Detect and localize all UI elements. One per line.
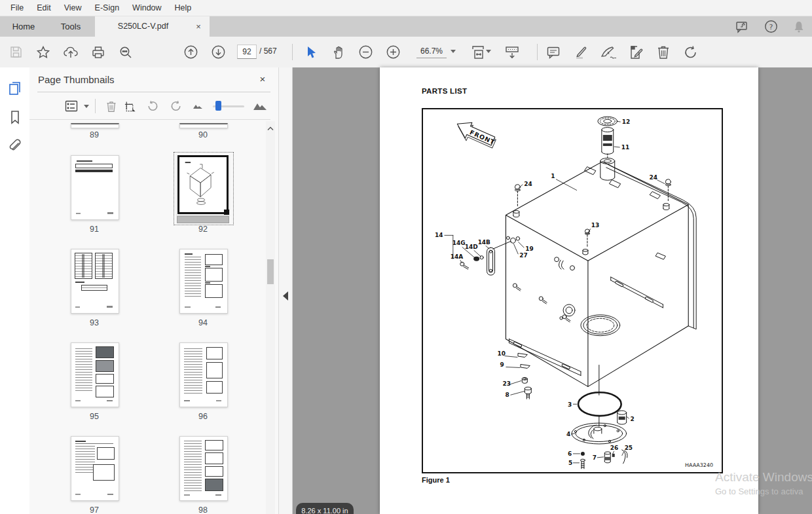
rotate-pages-icon[interactable]: [680, 37, 702, 67]
svg-text:2: 2: [631, 416, 635, 422]
zoom-dropdown-caret[interactable]: [451, 50, 456, 53]
thumbnail-page-number: 90: [172, 130, 234, 139]
document-view[interactable]: PARTS LIST: [293, 67, 812, 514]
svg-text:14A: 14A: [451, 253, 463, 260]
scrollbar-thumb[interactable]: [267, 259, 274, 284]
panel-title: Page Thumbnails: [38, 74, 114, 85]
thumbnail-page-number: 97: [63, 505, 126, 514]
svg-text:11: 11: [621, 144, 629, 151]
thumbnail-delete-icon[interactable]: [102, 98, 120, 115]
bookmarks-panel-icon[interactable]: [0, 105, 29, 129]
svg-text:13: 13: [591, 222, 599, 229]
tab-document[interactable]: S250LC-V.pdf ×: [95, 16, 210, 37]
svg-text:24: 24: [649, 174, 657, 181]
figure-frame: FRONT HAAA3240 121124124131414G14D14B14A…: [422, 108, 723, 473]
sign-pen-icon[interactable]: [597, 37, 619, 67]
tab-home[interactable]: Home: [0, 16, 47, 37]
pdf-page: PARTS LIST: [380, 67, 758, 514]
zoom-in-icon[interactable]: [382, 37, 404, 67]
svg-text:4: 4: [566, 431, 570, 437]
collapse-panel-icon[interactable]: [283, 291, 288, 301]
menu-item-file[interactable]: File: [4, 0, 30, 16]
attachments-panel-icon[interactable]: [0, 134, 29, 158]
page-number-input[interactable]: 92: [237, 45, 257, 59]
svg-text:14B: 14B: [478, 239, 490, 246]
parts-list-heading: PARTS LIST: [422, 87, 467, 95]
thumbnail-page-number: 94: [172, 318, 234, 327]
svg-text:12: 12: [622, 119, 630, 125]
next-page-icon[interactable]: [207, 37, 229, 67]
panel-collapse-strip[interactable]: [278, 67, 293, 514]
menu-item-edit[interactable]: Edit: [30, 0, 58, 16]
scrollbar-up-arrow[interactable]: [267, 126, 274, 131]
thumbnail-page-number: 91: [63, 225, 126, 234]
search-icon[interactable]: [115, 37, 137, 67]
tab-close-icon[interactable]: ×: [193, 16, 204, 37]
panel-close-icon[interactable]: ×: [256, 73, 269, 86]
previous-page-icon[interactable]: [179, 37, 202, 67]
fill-sign-icon[interactable]: [625, 37, 647, 67]
thumbnail-grid: 89909192939495969798: [29, 121, 270, 514]
zoom-level-value[interactable]: 66.7%: [416, 45, 447, 58]
figure-callouts: 121124124131414G14D14B14A192710923832465…: [435, 119, 665, 466]
comment-icon[interactable]: [542, 37, 564, 67]
svg-text:14: 14: [435, 232, 443, 238]
thumbnail-size-slider-handle[interactable]: [215, 101, 221, 111]
navigation-pane-strip: [0, 67, 30, 514]
svg-text:7: 7: [593, 454, 597, 461]
thumbnail-page-number: 89: [63, 130, 126, 139]
svg-text:27: 27: [519, 252, 527, 259]
share-upload-icon[interactable]: [60, 37, 82, 67]
tab-tools[interactable]: Tools: [47, 16, 94, 37]
page-size-tooltip: 8.26 x 11.00 in: [296, 503, 354, 514]
svg-text:14D: 14D: [465, 244, 478, 250]
main-toolbar: 92 / 567 66.7%: [0, 37, 812, 68]
delete-pages-icon[interactable]: [652, 37, 674, 67]
hand-tool-icon[interactable]: [327, 37, 350, 67]
menu-item-e-sign[interactable]: E-Sign: [88, 0, 126, 16]
svg-text:6: 6: [568, 450, 572, 457]
figure-code: HAAA3240: [685, 462, 713, 468]
help-icon[interactable]: ?: [764, 20, 778, 33]
page-thumbnails-panel-icon[interactable]: [0, 77, 29, 100]
svg-text:9: 9: [500, 361, 504, 368]
thumbnail-crop-icon[interactable]: [120, 98, 139, 115]
fit-dropdown-caret[interactable]: [486, 50, 491, 53]
svg-text:25: 25: [625, 445, 633, 451]
page-scrolling-icon[interactable]: [501, 37, 523, 67]
star-icon[interactable]: [32, 37, 54, 67]
parts-diagram: FRONT HAAA3240 121124124131414G14D14B14A…: [423, 109, 722, 472]
svg-text:?: ?: [769, 23, 773, 31]
svg-text:1: 1: [551, 173, 555, 179]
enlarge-thumbnails-icon[interactable]: [251, 98, 269, 115]
svg-text:24: 24: [524, 181, 532, 187]
reduce-thumbnails-icon[interactable]: [189, 98, 207, 115]
menu-item-window[interactable]: Window: [126, 0, 168, 16]
menu-item-help[interactable]: Help: [168, 0, 198, 16]
thumbnail-scrollbar[interactable]: [266, 121, 275, 514]
svg-text:10: 10: [498, 350, 506, 357]
feedback-icon[interactable]: [735, 20, 750, 33]
save-icon[interactable]: [5, 37, 27, 67]
activate-windows-watermark: Activate Windows Go to Settings to activ…: [715, 470, 812, 496]
svg-text:19: 19: [525, 246, 533, 252]
highlight-icon[interactable]: [570, 37, 593, 67]
rotate-cw-icon[interactable]: [167, 98, 185, 115]
print-icon[interactable]: [87, 37, 109, 67]
select-tool-icon[interactable]: [300, 37, 322, 67]
thumbnail-page-number: 93: [63, 318, 126, 327]
zoom-out-icon[interactable]: [354, 37, 377, 67]
thumbnail-page-number: 92: [172, 225, 234, 234]
menu-bar: FileEditViewE-SignWindowHelp: [0, 0, 812, 16]
rotate-ccw-icon[interactable]: [143, 98, 162, 115]
figure-caption: Figure 1: [422, 476, 450, 484]
thumbnail-options-caret[interactable]: [84, 105, 89, 108]
svg-text:3: 3: [568, 401, 572, 408]
thumbnail-options-icon[interactable]: [62, 98, 81, 115]
notification-bell-icon[interactable]: [792, 20, 805, 33]
page-thumbnails-panel: Page Thumbnails × 89909192939495969798: [29, 67, 278, 514]
thumbnail-page-number: 96: [172, 412, 234, 421]
page-count-label: / 567: [259, 45, 277, 58]
menu-item-view[interactable]: View: [58, 0, 88, 16]
svg-text:8: 8: [505, 392, 509, 398]
